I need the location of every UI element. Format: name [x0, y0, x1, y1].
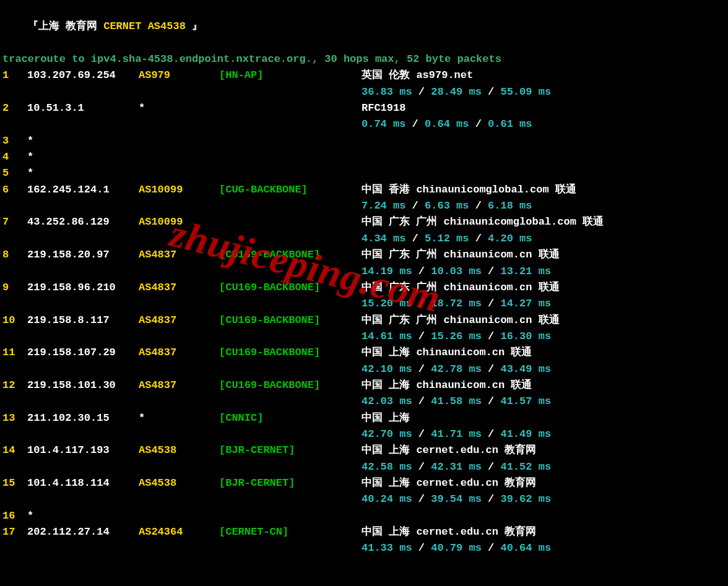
- hop-rtt: 7.24 ms / 6.63 ms / 6.18 ms: [362, 198, 728, 214]
- hop-ip: 162.245.124.1: [27, 182, 139, 198]
- rtt-separator: /: [469, 200, 488, 212]
- hop-number: 2: [2, 100, 27, 116]
- rtt-separator: /: [482, 265, 501, 277]
- rtt-value: 6.18 ms: [488, 200, 532, 212]
- rtt-separator: /: [412, 330, 431, 342]
- hop-rtt: 40.24 ms / 39.54 ms / 39.62 ms: [362, 491, 728, 507]
- rtt-separator: /: [405, 200, 425, 212]
- header-line: 『上海 教育网 CERNET AS4538 』: [2, 2, 728, 51]
- rtt-separator: /: [405, 233, 425, 244]
- rtt-separator: /: [482, 542, 501, 554]
- rtt-separator: /: [405, 118, 425, 130]
- hop-ip: 211.102.30.15: [27, 410, 139, 426]
- rtt-value: 15.20 ms: [362, 298, 412, 309]
- rtt-separator: /: [412, 395, 431, 407]
- hop-rtt: 42.70 ms / 41.71 ms / 41.49 ms: [362, 426, 728, 442]
- hop-tag: [HN-AP]: [219, 67, 362, 84]
- hop-details: 中国 广东 广州 chinaunicomglobal.com 联通4.34 ms…: [362, 214, 728, 247]
- hop-row: 10219.158.8.117AS4837[CU169-BACKBONE]中国 …: [2, 312, 728, 345]
- hop-number: 9: [2, 280, 27, 296]
- hop-ip: *: [27, 133, 139, 149]
- terminal-output: 『上海 教育网 CERNET AS4538 』 traceroute to ip…: [0, 0, 728, 586]
- hop-number: 5: [2, 165, 27, 181]
- rtt-value: 39.54 ms: [431, 493, 482, 505]
- hop-asn: AS10099: [139, 182, 219, 198]
- rtt-value: 42.10 ms: [362, 363, 412, 375]
- hop-tag: [BJR-CERNET]: [219, 442, 362, 459]
- rtt-value: 28.49 ms: [431, 86, 482, 98]
- rtt-separator: /: [482, 298, 501, 309]
- hop-tag: [CU169-BACKBONE]: [219, 312, 362, 329]
- rtt-separator: /: [412, 428, 431, 440]
- hop-row: 8219.158.20.97AS4837[CU169-BACKBONE]中国 广…: [2, 247, 728, 280]
- rtt-separator: /: [412, 265, 431, 277]
- rtt-value: 41.58 ms: [431, 395, 482, 407]
- hop-details: 中国 广东 广州 chinaunicom.cn 联通14.61 ms / 15.…: [362, 312, 728, 345]
- hop-rtt: 14.19 ms / 10.03 ms / 13.21 ms: [362, 264, 728, 280]
- rtt-separator: /: [482, 363, 501, 375]
- rtt-value: 40.79 ms: [431, 542, 482, 554]
- hop-number: 7: [2, 214, 27, 230]
- rtt-value: 42.78 ms: [431, 363, 482, 375]
- rtt-separator: /: [482, 330, 501, 342]
- rtt-separator: /: [412, 86, 431, 98]
- rtt-value: 7.24 ms: [362, 200, 405, 212]
- rtt-value: 55.09 ms: [500, 86, 551, 98]
- hop-details: 中国 广东 广州 chinaunicom.cn 联通15.20 ms / 18.…: [362, 280, 728, 312]
- hop-ip: *: [27, 165, 139, 181]
- hop-details: 中国 上海 cernet.edu.cn 教育网42.58 ms / 42.31 …: [362, 442, 728, 475]
- rtt-value: 41.71 ms: [431, 428, 482, 440]
- traceroute-command-line: traceroute to ipv4.sha-4538.endpoint.nxt…: [2, 51, 728, 67]
- hop-details: 中国 上海 cernet.edu.cn 教育网40.24 ms / 39.54 …: [362, 475, 728, 508]
- hop-tag: [CUG-BACKBONE]: [219, 182, 362, 198]
- rtt-value: 42.70 ms: [362, 428, 412, 440]
- rtt-separator: /: [482, 461, 501, 473]
- rtt-value: 42.03 ms: [362, 395, 412, 407]
- rtt-value: 0.61 ms: [488, 118, 532, 130]
- hop-number: 12: [2, 377, 27, 394]
- hop-row: 16*: [2, 508, 728, 524]
- hop-row: 743.252.86.129AS10099中国 广东 广州 chinaunico…: [2, 214, 728, 247]
- hop-number: 13: [2, 410, 27, 426]
- hop-number: 4: [2, 149, 27, 165]
- hop-ip: 219.158.96.210: [27, 280, 139, 296]
- rtt-value: 43.49 ms: [500, 363, 551, 375]
- hop-number: 14: [2, 442, 27, 459]
- rtt-separator: /: [469, 118, 488, 130]
- hop-ip: 219.158.20.97: [27, 247, 139, 263]
- hop-tag: [CU169-BACKBONE]: [219, 377, 362, 394]
- hop-rtt: 41.33 ms / 40.79 ms / 40.64 ms: [362, 540, 728, 556]
- rtt-separator: /: [412, 542, 431, 554]
- hop-ip: 10.51.3.1: [27, 100, 139, 116]
- hop-row: 14101.4.117.193AS4538[BJR-CERNET]中国 上海 c…: [2, 442, 728, 475]
- hop-location: 中国 广东 广州 chinaunicomglobal.com 联通: [362, 214, 728, 230]
- hop-number: 11: [2, 345, 27, 361]
- rtt-separator: /: [412, 493, 431, 505]
- hop-location: RFC1918: [362, 100, 728, 116]
- hop-number: 8: [2, 247, 27, 263]
- rtt-separator: /: [412, 363, 431, 375]
- hop-ip: 219.158.101.30: [27, 377, 139, 394]
- rtt-value: 13.21 ms: [500, 265, 551, 277]
- rtt-value: 16.30 ms: [500, 330, 551, 342]
- hop-number: 16: [2, 508, 27, 524]
- hop-ip: 43.252.86.129: [27, 214, 139, 230]
- rtt-separator: /: [482, 493, 501, 505]
- rtt-separator: /: [482, 428, 501, 440]
- hop-location: 中国 上海 cernet.edu.cn 教育网: [362, 442, 728, 459]
- rtt-value: 40.24 ms: [362, 493, 412, 505]
- hop-rtt: 42.58 ms / 42.31 ms / 41.52 ms: [362, 459, 728, 475]
- hop-tag: [CERNET-CN]: [219, 524, 362, 540]
- hop-asn: AS4538: [139, 442, 219, 459]
- hop-number: 6: [2, 182, 27, 198]
- hop-row: 13211.102.30.15*[CNNIC]中国 上海42.70 ms / 4…: [2, 410, 728, 443]
- hop-location: 中国 广东 广州 chinaunicom.cn 联通: [362, 280, 728, 296]
- hop-row: 17202.112.27.14AS24364[CERNET-CN]中国 上海 c…: [2, 524, 728, 557]
- hop-location: 英国 伦敦 as979.net: [362, 67, 728, 84]
- hop-row: 5*: [2, 165, 728, 181]
- rtt-value: 18.72 ms: [431, 298, 482, 309]
- rtt-value: 39.62 ms: [500, 493, 551, 505]
- hop-details: 中国 上海 cernet.edu.cn 教育网41.33 ms / 40.79 …: [362, 524, 728, 557]
- rtt-value: 10.03 ms: [431, 265, 482, 277]
- header-location: 上海 教育网: [38, 20, 103, 32]
